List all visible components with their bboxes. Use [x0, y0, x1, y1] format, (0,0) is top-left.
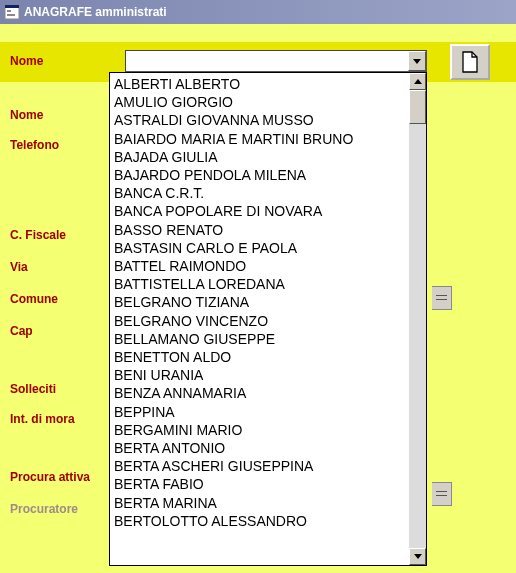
dropdown-item[interactable]: BAIARDO MARIA E MARTINI BRUNO: [114, 130, 409, 148]
dropdown-item[interactable]: BERGAMINI MARIO: [114, 421, 409, 439]
scroll-thumb[interactable]: [409, 90, 426, 124]
svg-rect-2: [7, 10, 11, 12]
form-content: Nome Nome Telefono C. Fiscale Via Comune…: [0, 24, 516, 573]
dropdown-item[interactable]: BERTOLOTTO ALESSANDRO: [114, 512, 409, 530]
label-via: Via: [10, 260, 28, 274]
label-procuratore: Procuratore: [10, 502, 78, 516]
dropdown-item[interactable]: BAJADA GIULIA: [114, 148, 409, 166]
label-nome: Nome: [10, 108, 43, 122]
dropdown-item[interactable]: ALBERTI ALBERTO: [114, 75, 409, 93]
window-title: ANAGRAFE amministrati: [24, 5, 167, 19]
svg-rect-3: [7, 14, 15, 16]
side-tab-1[interactable]: [432, 286, 452, 310]
dropdown-item[interactable]: BERTA MARINA: [114, 494, 409, 512]
dropdown-item[interactable]: BAJARDO PENDOLA MILENA: [114, 166, 409, 184]
dropdown-item[interactable]: BERTA ASCHERI GIUSEPPINA: [114, 457, 409, 475]
svg-rect-1: [5, 5, 19, 8]
nome-combobox[interactable]: [125, 50, 427, 72]
label-comune: Comune: [10, 292, 58, 306]
dropdown-item[interactable]: BENI URANIA: [114, 366, 409, 384]
dropdown-item[interactable]: BELLAMANO GIUSEPPE: [114, 330, 409, 348]
label-cfiscale: C. Fiscale: [10, 228, 66, 242]
titlebar: ANAGRAFE amministrati: [0, 0, 516, 24]
dropdown-item[interactable]: BERTA ANTONIO: [114, 439, 409, 457]
label-nome-top: Nome: [10, 54, 43, 68]
side-tab-2[interactable]: [432, 482, 452, 506]
form-icon: [4, 4, 20, 20]
label-telefono: Telefono: [10, 138, 59, 152]
label-cap: Cap: [10, 324, 33, 338]
nome-dropdown-list: ALBERTI ALBERTOAMULIO GIORGIOASTRALDI GI…: [109, 72, 427, 566]
label-procura-attiva: Procura attiva: [10, 470, 90, 484]
scroll-down-button[interactable]: [409, 548, 426, 565]
dropdown-item[interactable]: BELGRANO TIZIANA: [114, 293, 409, 311]
dropdown-item[interactable]: BATTEL RAIMONDO: [114, 257, 409, 275]
label-solleciti: Solleciti: [10, 382, 56, 396]
dropdown-item[interactable]: BASSO RENATO: [114, 221, 409, 239]
dropdown-item[interactable]: BERTA FABIO: [114, 475, 409, 493]
dropdown-item[interactable]: BENETTON ALDO: [114, 348, 409, 366]
dropdown-item[interactable]: ASTRALDI GIOVANNA MUSSO: [114, 111, 409, 129]
chevron-up-icon: [414, 79, 422, 84]
dropdown-item[interactable]: BELGRANO VINCENZO: [114, 312, 409, 330]
dropdown-item[interactable]: BENZA ANNAMARIA: [114, 384, 409, 402]
dropdown-item[interactable]: BEPPINA: [114, 403, 409, 421]
dropdown-item[interactable]: BANCA POPOLARE DI NOVARA: [114, 202, 409, 220]
dropdown-scrollbar[interactable]: [409, 73, 426, 565]
nome-input[interactable]: [126, 51, 408, 71]
dropdown-item[interactable]: BATTISTELLA LOREDANA: [114, 275, 409, 293]
dropdown-item[interactable]: BANCA C.R.T.: [114, 184, 409, 202]
dropdown-list-container: ALBERTI ALBERTOAMULIO GIORGIOASTRALDI GI…: [110, 73, 409, 565]
document-icon: [461, 51, 479, 73]
scroll-up-button[interactable]: [409, 73, 426, 90]
chevron-down-icon: [413, 59, 421, 64]
label-int-mora: Int. di mora: [10, 412, 75, 426]
new-record-button[interactable]: [450, 44, 490, 80]
dropdown-item[interactable]: AMULIO GIORGIO: [114, 93, 409, 111]
chevron-down-icon: [414, 554, 422, 559]
combobox-dropdown-button[interactable]: [408, 51, 426, 71]
dropdown-item[interactable]: BASTASIN CARLO E PAOLA: [114, 239, 409, 257]
